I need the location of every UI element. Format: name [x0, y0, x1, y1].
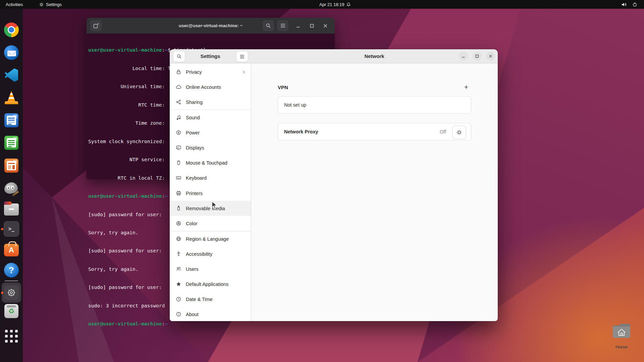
- activities-button[interactable]: Activities: [6, 0, 23, 9]
- sidebar-item-label: Privacy: [186, 69, 202, 75]
- network-proxy-row[interactable]: Network Proxy Off: [278, 123, 471, 140]
- sidebar-item-accessibility[interactable]: Accessibility: [170, 246, 251, 261]
- accessibility-icon: [176, 251, 181, 257]
- sidebar-item-label: Keyboard: [186, 175, 207, 181]
- clock-icon: [176, 296, 181, 302]
- share-icon: [176, 99, 181, 105]
- search-icon: [266, 23, 271, 28]
- mouse-cursor: [211, 201, 218, 209]
- show-apps-grid-icon: [5, 330, 18, 343]
- dock-item-libreoffice-impress[interactable]: [3, 158, 19, 174]
- sidebar-item-label: Removable Media: [186, 206, 225, 211]
- settings-search-button[interactable]: [173, 51, 185, 62]
- settings-menu-button[interactable]: [236, 51, 248, 62]
- dock-item-vlc[interactable]: [3, 89, 19, 106]
- home-folder-shortcut[interactable]: Home: [611, 322, 632, 351]
- folder-icon: [612, 322, 631, 339]
- dock-item-libreoffice-writer[interactable]: [3, 112, 19, 128]
- power-icon: [176, 130, 181, 135]
- sidebar-item-label: Printers: [186, 191, 203, 196]
- maximize-icon: [310, 24, 314, 28]
- proxy-settings-button[interactable]: [452, 126, 466, 139]
- new-tab-icon: [93, 23, 99, 28]
- thunderbird-icon: [4, 45, 19, 60]
- sidebar-item-default-applications[interactable]: Default Applications: [170, 277, 251, 292]
- sidebar-item-label: Date & Time: [186, 297, 213, 302]
- vpn-heading: VPN: [278, 84, 288, 90]
- clock-menu[interactable]: Apr 21 18:19: [319, 0, 351, 9]
- files-icon: [4, 203, 19, 216]
- keyboard-icon: [176, 175, 181, 181]
- sidebar-item-date-time[interactable]: Date & Time: [170, 292, 251, 307]
- sidebar-item-printers[interactable]: Printers: [170, 186, 251, 201]
- sidebar-item-removable-media[interactable]: Removable Media: [170, 201, 251, 216]
- home-label: Home: [606, 345, 637, 350]
- sidebar-item-label: About: [186, 312, 199, 317]
- sidebar-item-users[interactable]: Users: [170, 261, 251, 277]
- star-icon: [176, 281, 181, 287]
- dock-item-ubuntu-software[interactable]: A: [3, 241, 19, 257]
- ubuntu-software-icon: A: [4, 244, 19, 256]
- window-minimize-button[interactable]: [459, 52, 468, 61]
- sidebar-item-privacy[interactable]: Privacy: [170, 64, 251, 79]
- terminal-search-button[interactable]: [263, 20, 274, 31]
- sidebar-item-sharing[interactable]: Sharing: [170, 95, 251, 110]
- dock-item-vscode[interactable]: [3, 67, 19, 83]
- terminal-minimize-button[interactable]: [292, 20, 304, 31]
- sidebar-item-displays[interactable]: Displays: [170, 140, 251, 155]
- vpn-status-card[interactable]: Not set up: [278, 96, 471, 114]
- dock-item-thunderbird[interactable]: [3, 45, 19, 61]
- sidebar-item-label: Power: [186, 130, 200, 135]
- terminal-titlebar[interactable]: user@user-virtual-machine: ~: [87, 18, 335, 34]
- dock-item-settings[interactable]: [3, 285, 19, 301]
- sidebar-headerbar[interactable]: Settings: [170, 49, 251, 63]
- add-vpn-button[interactable]: +: [460, 82, 472, 92]
- sidebar-item-region-language[interactable]: Region & Language: [170, 231, 251, 246]
- new-tab-button[interactable]: [90, 20, 102, 31]
- desktop: Home user@user-virtual-machine: ~: [0, 0, 644, 362]
- sound-icon: [176, 115, 181, 120]
- minimize-icon: [462, 54, 465, 58]
- dock-item-files[interactable]: [3, 200, 19, 217]
- sidebar-item-color[interactable]: Color: [170, 216, 251, 231]
- terminal-close-button[interactable]: [320, 20, 331, 31]
- dock-item-show-apps[interactable]: [3, 328, 19, 344]
- terminal-maximize-button[interactable]: [306, 20, 317, 31]
- dock-item-terminal[interactable]: >_: [3, 221, 19, 237]
- lock-icon: [176, 69, 181, 75]
- dock-item-gimp[interactable]: [3, 180, 19, 196]
- hamburger-icon: [280, 23, 285, 28]
- sidebar-item-label: Online Accounts: [186, 84, 221, 90]
- sidebar-item-mouse-touchpad[interactable]: Mouse & Touchpad: [170, 155, 251, 170]
- sidebar-item-sound[interactable]: Sound: [170, 110, 251, 125]
- sidebar-item-label: Region & Language: [186, 236, 229, 242]
- dock-separator: [5, 281, 18, 281]
- hamburger-icon: [240, 55, 245, 59]
- sidebar-item-power[interactable]: Power: [170, 125, 251, 140]
- dock-item-chrome[interactable]: [3, 22, 19, 38]
- dock-item-help[interactable]: ?: [3, 262, 19, 278]
- terminal-menu-button[interactable]: [277, 20, 288, 31]
- sidebar-item-keyboard[interactable]: Keyboard: [170, 170, 251, 185]
- focused-app-menu[interactable]: Settings: [39, 0, 62, 9]
- proxy-status-text: Off: [440, 129, 446, 134]
- sidebar-item-online-accounts[interactable]: Online Accounts: [170, 79, 251, 95]
- terminal-line: user@user-virtual-machine:~: [88, 321, 247, 327]
- vscode-icon: [5, 68, 18, 82]
- chevron-right-icon: [241, 70, 246, 74]
- sidebar-item-about[interactable]: About: [170, 307, 251, 322]
- mouse-icon: [176, 160, 181, 166]
- window-close-button[interactable]: [486, 52, 495, 61]
- dock-item-libreoffice-calc[interactable]: [3, 135, 19, 151]
- clock-label: Apr 21 18:19: [319, 2, 344, 7]
- window-maximize-button[interactable]: [473, 52, 482, 61]
- color-icon: [176, 221, 181, 226]
- dock-item-trash[interactable]: ♻: [3, 303, 19, 319]
- system-status-area[interactable]: [621, 0, 637, 9]
- settings-window: Settings Privacy: [170, 49, 498, 321]
- gear-icon: [456, 129, 462, 135]
- network-headerbar[interactable]: Network: [251, 49, 498, 63]
- power-icon: [632, 2, 637, 7]
- close-icon: [323, 24, 327, 28]
- libreoffice-writer-icon: [4, 113, 18, 127]
